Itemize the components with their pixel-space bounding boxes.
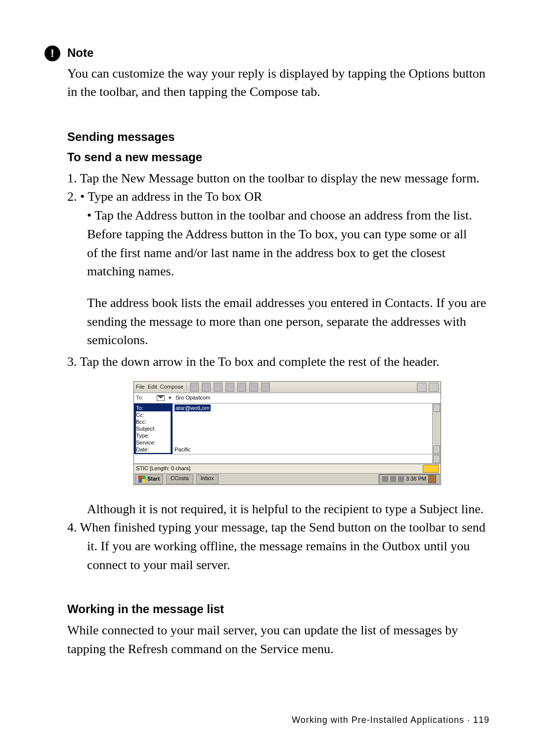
tray-icon[interactable] [382,476,388,482]
app-toolbar: File Edit Compose [134,382,441,393]
toolbar-icon[interactable] [249,383,258,392]
menu-edit[interactable]: Edit [148,383,157,391]
hdr-to-value[interactable]: atar@wotLom [175,404,211,411]
note-block: ! Note [44,44,490,62]
document-page: ! Note You can customize the way your re… [0,0,534,756]
hdr-bcc-value[interactable] [175,418,430,425]
help-button[interactable] [417,383,427,392]
hdr-date-label: Date: [136,446,171,453]
hdr-subject-label: Subject: [136,425,171,432]
hdr-type-label: Type: [136,432,171,439]
menu-file[interactable]: File [136,383,145,391]
hdr-service-value[interactable] [175,439,430,446]
menu-compose[interactable]: Compose [160,383,183,391]
mail-icon[interactable] [157,395,165,401]
step-2-intro: 2. • Type an address in the To box OR [67,187,490,206]
note-heading: Note [67,44,93,62]
to-value[interactable]: Sro Opastcom [176,394,210,402]
step-2-p2b: sending the message to more than one per… [87,312,490,331]
scroll-up-icon[interactable] [433,404,440,412]
status-icon [423,465,439,473]
toolbar-icon[interactable] [225,383,234,392]
hdr-cc-label: Cc: [136,411,171,418]
sending-subheading: To send a new message [67,149,490,166]
toolbar-icon[interactable] [214,383,222,392]
close-button[interactable] [429,383,439,392]
show-desktop-icon[interactable] [428,475,436,483]
toolbar-separator [186,383,187,391]
scroll-down-icon[interactable] [433,455,440,463]
system-tray[interactable]: 3:38 PM [379,474,440,484]
app-window: File Edit Compose To: ▾ [134,381,441,485]
step-2-line-2: Before tapping the Address button in the… [87,225,490,244]
message-body[interactable] [134,454,441,464]
after-screenshot-line: Although it is not required, it is helpf… [87,500,490,519]
toolbar-icon[interactable] [237,383,246,392]
step-1: 1. Tap the New Message button on the too… [67,169,490,188]
taskbar-task-2[interactable]: Inbox [196,474,219,484]
hdr-type-value[interactable] [175,432,430,439]
working-body: While connected to your mail server, you… [67,621,490,658]
page-footer: Working with Pre-Installed Applications … [292,713,490,726]
step-4c: connect to your mail server. [87,556,490,575]
scrollbar[interactable] [432,403,441,454]
chevron-down-icon[interactable]: ▾ [168,394,173,402]
sending-heading: Sending messages [67,129,490,146]
hdr-bcc-label: Bcc: [136,418,171,425]
embedded-screenshot: File Edit Compose To: ▾ [134,381,490,485]
hdr-date-value[interactable]: Pacific [175,446,430,453]
windows-logo-icon [138,476,145,483]
taskbar-task-1[interactable]: CCosta [166,474,193,484]
tray-icon[interactable] [390,476,396,482]
toolbar-icon[interactable] [190,383,199,392]
step-2-bullet-1: • Tap the Address button in the toolbar … [87,206,490,225]
step-2-line-4: matching names. [87,262,490,281]
step-4b: it. If you are working offline, the mess… [87,537,490,556]
tray-time: 3:38 PM [406,475,426,483]
taskbar: Start CCosta Inbox 3:38 PM [134,474,441,485]
header-fields: To: Cc: Bcc: Subject: Type: Service: Dat… [134,403,441,454]
hdr-to-label: To: [136,404,171,411]
note-icon: ! [44,45,60,61]
status-text: STIC [Length: 0 chars] [136,465,190,473]
header-labels: To: Cc: Bcc: Subject: Type: Service: Dat… [134,403,173,454]
working-heading: Working in the message list [67,601,490,618]
tray-icon[interactable] [398,476,404,482]
note-body: You can customize the way your reply is … [67,64,490,101]
start-label: Start [147,475,160,483]
status-bar: STIC [Length: 0 chars] [134,464,441,474]
step-4a: 4. When finished typing your message, ta… [67,518,490,537]
hdr-subject-value[interactable] [175,425,430,432]
start-button[interactable]: Start [135,474,163,484]
step-2-p2a: The address book lists the email address… [87,294,490,312]
hdr-service-label: Service: [136,439,171,446]
scroll-down-icon[interactable] [433,445,440,453]
to-row: To: ▾ Sro Opastcom [134,393,441,403]
toolbar-icon[interactable] [261,383,270,392]
to-label: To: [136,394,154,402]
step-2-line-3: of the first name and/or last name in th… [87,244,490,263]
toolbar-icon[interactable] [202,383,211,392]
hdr-cc-value[interactable] [175,411,430,418]
step-2-p2c: semicolons. [87,331,490,350]
header-values: atar@wotLom Pacific [173,403,432,454]
step-3: 3. Tap the down arrow in the To box and … [67,353,490,371]
